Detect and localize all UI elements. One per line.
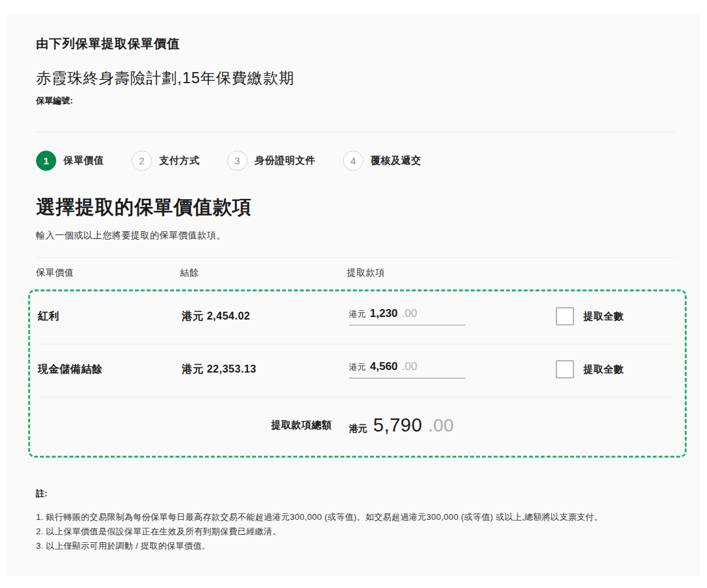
total-amount: 港元 5,790 .00	[349, 414, 454, 436]
column-header-balance: 結餘	[180, 267, 347, 279]
column-header-policy-value: 保單價值	[36, 267, 180, 279]
step-3-label: 身份證明文件	[255, 155, 316, 167]
table-row-cash-reserve: 現金儲備結餘 港元 22,353.13 港元 4,560 .00 提取全數	[38, 344, 672, 397]
withdraw-amount-input[interactable]: 港元 4,560 .00	[349, 360, 465, 378]
row-name: 紅利	[38, 310, 182, 323]
notes-section: 註: 1. 銀行轉賬的交易限制為每份保單每日最高存款交易不能超過港元300,00…	[36, 488, 678, 553]
notes-title: 註:	[36, 488, 678, 500]
amount-whole: 1,230	[370, 307, 398, 320]
total-label: 提取款項總額	[182, 419, 349, 432]
withdraw-all-label: 提取全數	[583, 310, 624, 323]
row-balance: 港元 22,353.13	[182, 363, 349, 377]
notes-list: 1. 銀行轉賬的交易限制為每份保單每日最高存款交易不能超過港元300,000 (…	[36, 510, 678, 553]
currency-prefix: 港元	[349, 361, 366, 373]
total-whole: 5,790	[373, 414, 422, 436]
withdraw-all-label: 提取全數	[583, 363, 624, 376]
step-policy-value[interactable]: 1 保單價值	[36, 151, 104, 171]
total-currency: 港元	[349, 423, 367, 435]
column-header-withdrawal-amount: 提取款項	[347, 267, 550, 279]
step-review-submit[interactable]: 4 覆核及遞交	[343, 151, 422, 171]
step-4-label: 覆核及遞交	[371, 155, 422, 167]
plan-name: 赤霞珠終身壽險計劃,15年保費繳款期	[36, 68, 678, 88]
note-item: 1. 銀行轉賬的交易限制為每份保單每日最高存款交易不能超過港元300,000 (…	[36, 510, 678, 524]
table-row-dividend: 紅利 港元 2,454.02 港元 1,230 .00 提取全數	[38, 291, 672, 344]
policy-number-label: 保單編號:	[36, 95, 678, 107]
withdraw-all-checkbox[interactable]	[556, 307, 574, 325]
withdraw-all-checkbox[interactable]	[556, 360, 574, 378]
amount-whole: 4,560	[370, 360, 398, 373]
progress-stepper: 1 保單價值 2 支付方式 3 身份證明文件 4 覆核及遞交	[36, 151, 678, 171]
step-1-label: 保單價值	[63, 155, 104, 167]
amount-decimal: .00	[402, 360, 418, 373]
page-subtitle: 輸入一個或以上您將要提取的保單價值款項。	[36, 230, 678, 242]
section-title: 由下列保單提取保單價值	[36, 35, 678, 52]
note-item: 3. 以上僅顯示可用於調動 / 提取的保單價值。	[36, 539, 678, 553]
amount-decimal: .00	[402, 307, 418, 320]
note-item: 2. 以上保單價值是假設保單正在生效及所有到期保費已經繳清。	[36, 524, 678, 539]
step-3-circle: 3	[227, 151, 247, 171]
step-identity-documents[interactable]: 3 身份證明文件	[227, 151, 316, 171]
step-2-label: 支付方式	[159, 155, 200, 167]
step-4-circle: 4	[343, 151, 363, 171]
step-1-circle: 1	[36, 151, 56, 171]
row-balance: 港元 2,454.02	[182, 310, 349, 323]
total-decimal: .00	[428, 415, 454, 436]
row-name: 現金儲備結餘	[38, 363, 182, 377]
withdraw-amount-input[interactable]: 港元 1,230 .00	[349, 307, 465, 325]
withdrawal-selection-box: 紅利 港元 2,454.02 港元 1,230 .00 提取全數 現金儲備結餘 …	[28, 289, 687, 458]
header-divider	[36, 132, 674, 132]
step-2-circle: 2	[132, 151, 152, 171]
withdrawal-panel: 由下列保單提取保單價值 赤霞珠終身壽險計劃,15年保費繳款期 保單編號: 1 保…	[7, 14, 700, 576]
currency-prefix: 港元	[349, 308, 366, 320]
total-row: 提取款項總額 港元 5,790 .00	[38, 397, 672, 456]
page-title: 選擇提取的保單價值款項	[36, 194, 678, 221]
table-header-row: 保單價值 結餘 提取款項	[36, 257, 678, 289]
step-payment-method[interactable]: 2 支付方式	[132, 151, 200, 171]
